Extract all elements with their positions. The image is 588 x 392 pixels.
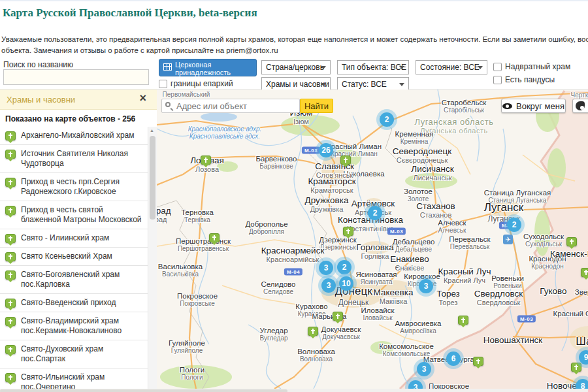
map-label-ua: Першотравенськ bbox=[176, 245, 231, 252]
page: Карта Русской Православной Церкви, beta-… bbox=[0, 0, 588, 392]
map-canvas[interactable]: Первомайський Чертково Изюм Ізюм Красноп… bbox=[157, 90, 588, 389]
map-label-ru: Первомайський bbox=[163, 91, 210, 98]
list-item[interactable]: Свято-Ильинский храм пос.Очеретино bbox=[0, 368, 148, 389]
cluster-marker[interactable]: 2 bbox=[380, 112, 394, 127]
cluster-marker[interactable]: 3 bbox=[419, 279, 433, 293]
map-label: Волноваха Волноваха bbox=[297, 348, 335, 363]
cluster-marker[interactable]: 26 bbox=[319, 143, 333, 157]
map-label-ru: Перевальск bbox=[449, 235, 490, 243]
church-pin-icon bbox=[5, 150, 16, 159]
checkbox-box[interactable] bbox=[493, 63, 502, 71]
map-label-ru: Комсомольское bbox=[379, 342, 434, 350]
condition-select[interactable]: Состояние: ВСЕ bbox=[416, 60, 487, 74]
cluster-marker[interactable]: 3 bbox=[319, 261, 333, 275]
sidebar-scrollbar[interactable]: ▲ bbox=[148, 127, 157, 389]
list-item[interactable]: Архангело-Михайловский храм bbox=[0, 127, 148, 145]
map-label-ru: Дружковка bbox=[305, 195, 349, 205]
map-label-ru: Васильковка bbox=[158, 263, 203, 270]
checkbox-box[interactable] bbox=[493, 76, 502, 84]
sidebar-header: Храмы и часовни × bbox=[0, 90, 157, 110]
list-item[interactable]: Свято-Владимирский храм пос.Керамик-Ново… bbox=[0, 312, 148, 340]
gate-church-label: Надвратный храм bbox=[505, 62, 570, 71]
map-label-ru: Енакиево bbox=[390, 254, 429, 264]
search-icon bbox=[165, 102, 171, 107]
church-pin-marker[interactable] bbox=[473, 357, 483, 366]
map-label-ru: Доброполье bbox=[245, 220, 287, 228]
country-church-select[interactable]: Страна/церковь bbox=[261, 60, 331, 74]
ramps-checkbox[interactable]: Есть пандусы bbox=[493, 75, 555, 84]
church-pin-marker[interactable] bbox=[201, 155, 211, 165]
map-label-ru: Алчевск bbox=[438, 219, 466, 227]
scroll-up-icon[interactable]: ▲ bbox=[150, 128, 154, 133]
list-item[interactable]: Свято-Введенский приход bbox=[0, 294, 148, 312]
map-label: Алчевск Алчевськ bbox=[438, 219, 466, 234]
map-label-ru: Новошахтинск bbox=[483, 335, 543, 345]
map-label: Покровское bbox=[429, 382, 469, 389]
cluster-marker[interactable]: 6 bbox=[446, 351, 461, 366]
map-label-ru: Каменск-Шахтинский bbox=[550, 249, 588, 259]
cluster-marker[interactable]: 8 bbox=[576, 379, 588, 389]
cluster-marker[interactable]: 3 bbox=[321, 278, 336, 293]
map-label-ua: Перевальськ bbox=[449, 243, 490, 250]
map-label-ua: Макіївка bbox=[374, 297, 414, 305]
map-label-ua: Ізюм bbox=[289, 118, 312, 125]
map-label-ru: Макеевка bbox=[374, 287, 414, 297]
diocese-borders-label: границы епархий bbox=[171, 79, 233, 88]
church-pin-marker[interactable] bbox=[343, 227, 353, 236]
list-item[interactable]: Приход в честь прп.Сергия Радонежского г… bbox=[0, 173, 148, 201]
list-item[interactable]: Свято-Духовский храм пос.Спартак bbox=[0, 340, 148, 368]
horizontal-scrollbar[interactable] bbox=[0, 389, 588, 392]
scrollbar-thumb[interactable] bbox=[0, 389, 287, 392]
map-search-input[interactable] bbox=[161, 99, 300, 113]
map-label: Терновка Тернівка bbox=[181, 208, 214, 223]
cluster-marker[interactable]: 2 bbox=[337, 260, 351, 274]
church-affiliation-button[interactable]: Церковная принадлежность bbox=[159, 59, 257, 76]
church-pin-marker[interactable] bbox=[209, 233, 220, 242]
church-pin-marker[interactable] bbox=[458, 316, 468, 325]
map-label-ua: Амвросіївка bbox=[395, 327, 442, 335]
map-label-ru: Старобельск bbox=[442, 99, 487, 106]
object-type-select[interactable]: Тип объекта: ВСЕ bbox=[337, 60, 409, 74]
map-label: Торез Торез bbox=[436, 289, 460, 306]
sidebar-title: Храмы и часовни bbox=[7, 95, 75, 105]
map-label-ua: Докучаєвськ bbox=[321, 333, 361, 340]
map-label-ua: Донецьк bbox=[335, 298, 372, 307]
map-label-ru: Покровское bbox=[177, 292, 218, 300]
church-pin-marker[interactable] bbox=[581, 268, 588, 277]
church-pin-icon bbox=[5, 131, 16, 140]
map-label-ua: Краснопавлівське вдсх. bbox=[188, 133, 262, 140]
map-label-ua: Іловайськ bbox=[361, 314, 394, 321]
checkbox-box[interactable] bbox=[159, 80, 167, 88]
search-by-name-input[interactable] bbox=[3, 69, 149, 85]
cluster-marker[interactable]: 3 bbox=[417, 362, 431, 376]
map-label-ru: Золотое bbox=[404, 188, 433, 195]
church-pin-marker[interactable] bbox=[333, 312, 343, 321]
diocese-borders-checkbox[interactable]: границы епархий bbox=[159, 79, 233, 88]
church-pin-marker[interactable] bbox=[340, 155, 351, 165]
list-item[interactable]: Свято - Илиинский храм bbox=[0, 229, 148, 248]
cluster-marker[interactable]: 2 bbox=[507, 218, 521, 232]
map-label-ru: Станица Луганская bbox=[484, 189, 551, 197]
map-label-ua: Свердловськ bbox=[474, 299, 523, 306]
map-label-ua: Красний Лиман bbox=[327, 150, 382, 157]
gate-church-checkbox[interactable]: Надвратный храм bbox=[493, 62, 570, 71]
map-label: Шахты bbox=[576, 335, 588, 348]
list-item[interactable]: Свято-Богоявленский храм пос.Карловка bbox=[0, 266, 148, 294]
church-pin-marker[interactable] bbox=[308, 327, 318, 336]
list-item[interactable]: Источник Святителя Николая Чудотворца bbox=[0, 145, 148, 173]
find-button[interactable]: Найти bbox=[300, 99, 333, 113]
cluster-marker[interactable]: 10 bbox=[339, 276, 353, 291]
layers-button[interactable] bbox=[572, 99, 588, 113]
cluster-marker[interactable]: 2 bbox=[368, 206, 382, 220]
list-item[interactable]: Приход в честь святой блаженной Матроны … bbox=[0, 201, 148, 229]
around-me-button[interactable]: Вокруг меня bbox=[501, 99, 566, 113]
church-pin-marker[interactable] bbox=[571, 363, 581, 372]
church-pin-marker[interactable] bbox=[566, 237, 577, 246]
ramps-label: Есть пандусы bbox=[505, 75, 555, 84]
list-item[interactable]: Свято Ксеньевский Храм bbox=[0, 248, 148, 266]
church-pin-icon bbox=[5, 270, 16, 280]
scrollbar-thumb[interactable] bbox=[150, 136, 155, 220]
map-label-ru: Селидово bbox=[261, 280, 296, 288]
close-icon[interactable]: × bbox=[139, 91, 146, 105]
page-title: Карта Русской Православной Церкви, beta-… bbox=[3, 7, 257, 20]
